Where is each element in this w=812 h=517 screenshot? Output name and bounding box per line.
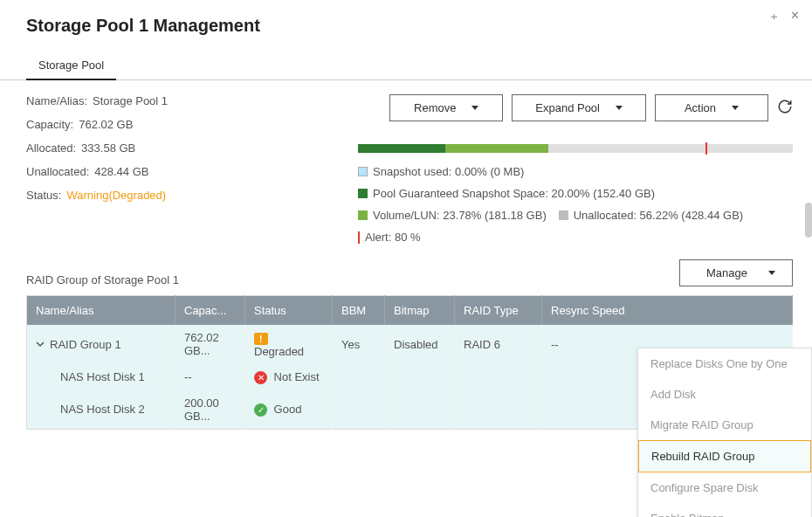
caret-down-icon — [616, 106, 623, 110]
menu-item: Configure Spare Disk — [638, 472, 811, 503]
tab-bar: Storage Pool — [0, 52, 812, 80]
action-button[interactable]: Action — [655, 94, 768, 121]
capacity-bar — [358, 144, 793, 153]
info-status: Status:Warning(Degraded) — [26, 189, 358, 202]
info-allocated: Allocated:333.58 GB — [26, 141, 358, 155]
menu-item: Add Disk — [638, 379, 811, 410]
chevron-down-icon[interactable] — [36, 338, 45, 351]
tab-storage-pool[interactable]: Storage Pool — [26, 52, 116, 80]
swatch-icon — [358, 210, 368, 220]
window-close-icon[interactable]: ✕ — [790, 9, 800, 24]
alert-bar-icon — [358, 231, 360, 244]
legend-volume-unallocated: Volume/LUN: 23.78% (181.18 GB) Unallocat… — [358, 209, 793, 222]
scrollbar-thumb[interactable] — [805, 203, 812, 238]
capacity-segment-snapshot — [358, 144, 445, 153]
menu-item: Migrate RAID Group — [638, 410, 811, 440]
expand-pool-button[interactable]: Expand Pool — [512, 94, 646, 121]
legend-alert: Alert: 80 % — [358, 231, 793, 244]
legend-snapshot-used: Snapshot used: 0.00% (0 MB) — [358, 165, 793, 178]
warning-icon — [254, 333, 268, 345]
ok-icon: ✓ — [254, 403, 267, 417]
menu-item: Replace Disks One by One — [638, 348, 811, 379]
page-title: Storage Pool 1 Management — [26, 16, 786, 36]
info-unallocated: Unallocated:428.44 GB — [26, 165, 358, 178]
menu-item: Enable Bitmap — [638, 503, 811, 517]
table-header[interactable]: RAID Type — [455, 296, 542, 326]
legend-pool-guaranteed: Pool Guaranteed Snapshot Space: 20.00% (… — [358, 187, 793, 200]
error-icon: ✕ — [254, 371, 267, 384]
status-badge: Warning(Degraded) — [66, 189, 166, 202]
table-header[interactable]: Name/Alias — [27, 296, 175, 326]
swatch-icon — [358, 189, 368, 198]
table-header[interactable]: Status — [245, 296, 333, 326]
info-capacity: Capacity:762.02 GB — [26, 118, 358, 131]
caret-down-icon — [732, 106, 739, 110]
raid-group-section-label: RAID Group of Storage Pool 1 — [26, 273, 179, 286]
caret-down-icon — [768, 271, 775, 275]
window-add-icon[interactable]: ＋ — [768, 9, 780, 24]
swatch-icon — [358, 167, 368, 176]
alert-threshold-marker — [705, 142, 707, 155]
manage-button[interactable]: Manage — [679, 259, 793, 286]
manage-dropdown: Replace Disks One by OneAdd DiskMigrate … — [637, 348, 812, 517]
table-header[interactable]: Capac... — [175, 296, 245, 326]
remove-button[interactable]: Remove — [389, 94, 503, 121]
swatch-icon — [559, 210, 568, 220]
table-header[interactable]: Resync Speed — [542, 296, 793, 326]
refresh-icon[interactable] — [777, 99, 793, 117]
info-name: Name/Alias:Storage Pool 1 — [26, 94, 358, 107]
menu-item[interactable]: Rebuild RAID Group — [638, 440, 811, 472]
caret-down-icon — [471, 106, 478, 110]
capacity-segment-volume — [445, 144, 548, 153]
table-header[interactable]: BBM — [333, 296, 385, 326]
table-header[interactable]: Bitmap — [385, 296, 455, 326]
